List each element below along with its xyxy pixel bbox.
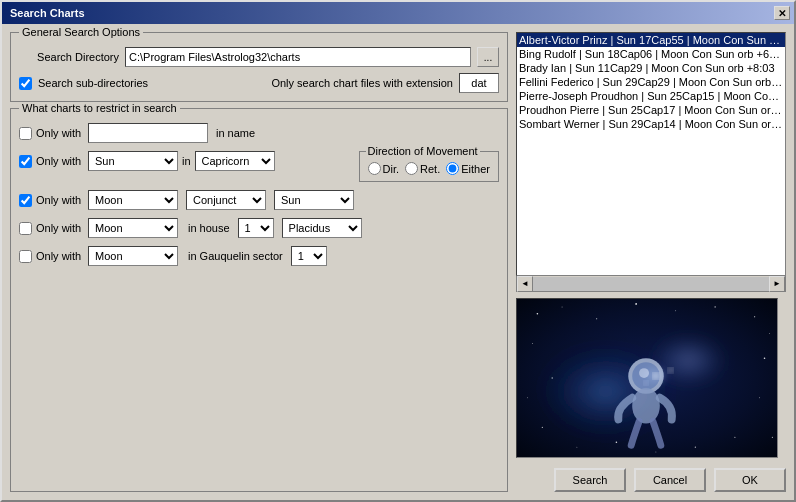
svg-point-19 — [576, 447, 577, 448]
row3-planet-select[interactable]: Sun Moon Mercury Venus Mars — [88, 190, 178, 210]
ok-button[interactable]: OK — [714, 468, 786, 492]
row2-planet-select[interactable]: Sun Moon Mercury Venus Mars — [88, 151, 178, 171]
row5-checkbox[interactable] — [19, 250, 32, 263]
restrict-row-1: Only with in name — [19, 123, 499, 143]
svg-point-11 — [527, 397, 528, 398]
svg-point-12 — [542, 427, 543, 428]
dom-radios: Dir. Ret. Either — [368, 162, 490, 175]
scroll-track[interactable] — [533, 277, 769, 291]
either-radio-label: Either — [446, 162, 490, 175]
results-list[interactable]: Albert-Victor Prinz | Sun 17Cap55 | Moon… — [516, 32, 786, 276]
svg-point-2 — [562, 306, 563, 307]
bottom-buttons: Search Cancel OK — [516, 464, 786, 492]
row5-sector-select[interactable]: 1 2 3 — [291, 246, 327, 266]
either-label: Either — [461, 163, 490, 175]
svg-point-6 — [714, 306, 715, 307]
restrict-row-4: Only with Sun Moon Mercury in house 1 2 … — [19, 218, 499, 238]
subdirs-row: Search sub-directories Only search chart… — [19, 73, 499, 93]
row1-name-input[interactable] — [88, 123, 208, 143]
row1-only-with: Only with — [36, 127, 84, 139]
ret-label: Ret. — [420, 163, 440, 175]
dir-radio[interactable] — [368, 162, 381, 175]
svg-point-4 — [635, 303, 637, 305]
search-directory-label: Search Directory — [19, 51, 119, 63]
svg-point-9 — [532, 343, 533, 344]
search-directory-row: Search Directory ... — [19, 47, 499, 67]
general-options-group: General Search Options Search Directory … — [10, 32, 508, 102]
result-item[interactable]: Pierre-Joseph Proudhon | Sun 25Cap15 | M… — [517, 89, 785, 103]
dom-title: Direction of Movement — [366, 145, 480, 157]
svg-point-29 — [644, 381, 648, 385]
window-body: General Search Options Search Directory … — [2, 24, 794, 500]
svg-point-17 — [655, 452, 656, 453]
search-button[interactable]: Search — [554, 468, 626, 492]
svg-point-15 — [772, 437, 773, 438]
result-item[interactable]: Proudhon Pierre | Sun 25Cap17 | Moon Con… — [517, 103, 785, 117]
dir-label: Dir. — [383, 163, 400, 175]
svg-point-8 — [769, 333, 770, 334]
result-item[interactable]: Bing Rudolf | Sun 18Cap06 | Moon Con Sun… — [517, 47, 785, 61]
row3-checkbox[interactable] — [19, 194, 32, 207]
svg-point-13 — [764, 357, 766, 359]
row5-planet-select[interactable]: Sun Moon Mercury — [88, 246, 178, 266]
row2-checkbox[interactable] — [19, 155, 32, 168]
result-item[interactable]: Fellini Federico | Sun 29Cap29 | Moon Co… — [517, 75, 785, 89]
title-bar: Search Charts ✕ — [2, 2, 794, 24]
either-radio[interactable] — [446, 162, 459, 175]
direction-of-movement-box: Direction of Movement Dir. Ret. — [359, 151, 499, 182]
horiz-scroll: ◄ ► — [516, 276, 786, 292]
row3-planet2-select[interactable]: Sun Moon Mercury Venus Mars — [274, 190, 354, 210]
svg-point-26 — [639, 368, 649, 378]
svg-point-30 — [668, 368, 673, 373]
svg-point-7 — [754, 316, 755, 317]
row4-planet-select[interactable]: Sun Moon Mercury — [88, 218, 178, 238]
search-directory-input[interactable] — [125, 47, 471, 67]
svg-point-18 — [616, 441, 618, 443]
ret-radio[interactable] — [405, 162, 418, 175]
right-panel: Albert-Victor Prinz | Sun 17Cap55 | Moon… — [516, 32, 786, 492]
row2-in-label: in — [182, 155, 191, 167]
close-button[interactable]: ✕ — [774, 6, 790, 20]
result-item[interactable]: Sombart Werner | Sun 29Cap14 | Moon Con … — [517, 117, 785, 131]
dir-radio-label: Dir. — [368, 162, 400, 175]
row5-in-gauq: in Gauquelin sector — [188, 250, 283, 262]
restrict-row-2: Only with Sun Moon Mercury Venus Mars in… — [19, 151, 499, 182]
results-container: Albert-Victor Prinz | Sun 17Cap55 | Moon… — [516, 32, 786, 292]
window-title: Search Charts — [10, 7, 85, 19]
left-panel: General Search Options Search Directory … — [10, 32, 508, 492]
main-window: Search Charts ✕ General Search Options S… — [0, 0, 796, 502]
svg-point-20 — [734, 437, 735, 438]
row1-in-name: in name — [216, 127, 255, 139]
result-item[interactable]: Brady Ian | Sun 11Cap29 | Moon Con Sun o… — [517, 61, 785, 75]
svg-point-3 — [596, 318, 597, 319]
row2-sign-select[interactable]: Aries Taurus Gemini Cancer Leo Virgo Lib… — [195, 151, 275, 171]
row3-aspect-select[interactable]: Conjunct Sextile Square Trine Opposition — [186, 190, 266, 210]
row4-house-select[interactable]: 1 2 3 4 — [238, 218, 274, 238]
result-item[interactable]: Albert-Victor Prinz | Sun 17Cap55 | Moon… — [517, 33, 785, 47]
general-options-title: General Search Options — [19, 26, 143, 38]
svg-point-14 — [759, 397, 760, 398]
svg-point-5 — [675, 310, 676, 311]
restrict-row-5: Only with Sun Moon Mercury in Gauquelin … — [19, 246, 499, 266]
browse-button[interactable]: ... — [477, 47, 499, 67]
extension-input[interactable] — [459, 73, 499, 93]
svg-point-16 — [695, 446, 696, 447]
row4-system-select[interactable]: Placidus Koch Equal — [282, 218, 362, 238]
svg-point-1 — [537, 313, 539, 315]
scroll-right-arrow[interactable]: ► — [769, 276, 785, 292]
row1-checkbox[interactable] — [19, 127, 32, 140]
nebula-svg — [517, 299, 777, 457]
scroll-left-arrow[interactable]: ◄ — [517, 276, 533, 292]
extension-label: Only search chart files with extension — [271, 77, 453, 89]
svg-point-28 — [653, 373, 659, 379]
svg-point-27 — [632, 388, 660, 424]
cancel-button[interactable]: Cancel — [634, 468, 706, 492]
restrict-group: What charts to restrict in search Only w… — [10, 108, 508, 492]
row5-only-with: Only with — [36, 250, 84, 262]
row4-checkbox[interactable] — [19, 222, 32, 235]
ret-radio-label: Ret. — [405, 162, 440, 175]
restrict-title: What charts to restrict in search — [19, 102, 180, 114]
chart-image — [516, 298, 778, 458]
subdirs-checkbox[interactable] — [19, 77, 32, 90]
row4-only-with: Only with — [36, 222, 84, 234]
